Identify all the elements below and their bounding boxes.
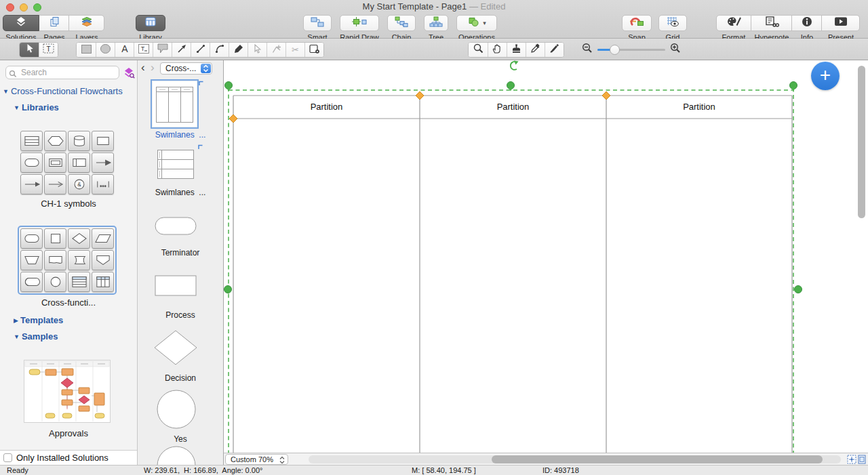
operations-button[interactable]: ▾ Operations [456, 15, 497, 41]
layers-button[interactable]: Layers [69, 15, 104, 41]
shape-data-tool-button[interactable] [304, 43, 323, 57]
rectangle-tool-button[interactable] [77, 43, 96, 57]
drawing-canvas[interactable]: PartitionPartitionPartition + [224, 60, 868, 453]
symbol-rect-lined[interactable] [20, 131, 43, 151]
shape-item-circle-clipped[interactable] [157, 446, 196, 465]
snap-button[interactable]: Snap [622, 15, 652, 41]
smart-button[interactable]: Smart [303, 15, 332, 41]
selection-handle-mid-left[interactable] [224, 286, 232, 293]
partition-header[interactable]: Partition [420, 102, 606, 112]
horizontal-scrollbar-track[interactable] [309, 455, 841, 463]
zoom-slider-control [582, 43, 681, 56]
connector-tool-button[interactable] [172, 43, 191, 57]
zoom-tool-button[interactable] [469, 43, 488, 57]
hypernote-button[interactable]: Hypernote [751, 15, 792, 41]
symbol-document[interactable] [44, 250, 66, 270]
text-tool-button[interactable]: A [115, 43, 134, 57]
symbol-square[interactable] [44, 228, 66, 249]
symbol-circle-amp[interactable]: & [68, 174, 90, 194]
sidebar-item-libraries[interactable]: ▼Libraries [14, 102, 59, 112]
rotation-handle[interactable] [511, 61, 519, 70]
tree-button[interactable]: Tree [424, 15, 448, 41]
shape-item-terminator[interactable] [155, 217, 197, 235]
symbol-arrow-right[interactable] [20, 174, 43, 194]
symbol-arrow-open[interactable] [44, 174, 66, 194]
library-dropdown[interactable]: Cross-... [160, 62, 212, 75]
eyedropper-tool-button[interactable] [526, 43, 545, 57]
partition-handle-divider-2[interactable] [602, 91, 610, 100]
sidebar-item-solution[interactable]: ▼Cross-Functional Flowcharts [3, 86, 123, 96]
zoom-out-icon[interactable] [582, 43, 593, 56]
pages-button[interactable]: Pages [39, 15, 69, 41]
shape-item-label: Process [138, 310, 223, 320]
pointer-tool-button[interactable] [20, 43, 39, 57]
vertical-scrollbar[interactable] [858, 66, 865, 218]
symbol-rect[interactable] [92, 131, 114, 151]
symbol-pentagon-down[interactable] [92, 250, 114, 270]
shape-item-swimlanes-horizontal[interactable] [155, 145, 196, 182]
rapid-draw-button[interactable]: Rapid Draw [340, 15, 379, 41]
symbol-cylinder[interactable] [68, 131, 90, 151]
arc-tool-button[interactable] [210, 43, 229, 57]
library-button[interactable]: Library [136, 15, 165, 41]
symbol-double-rect[interactable] [44, 152, 66, 173]
grid-button[interactable]: Grid [658, 15, 687, 41]
add-vertex-tool-button[interactable] [267, 43, 285, 57]
pen-tool-button[interactable] [229, 43, 248, 57]
selection-handle-top-right[interactable] [790, 82, 797, 91]
sidebar-item-templates[interactable]: ▶Templates [14, 315, 63, 325]
textbox-tool-button[interactable]: T [134, 43, 153, 57]
forward-button[interactable]: › [151, 61, 155, 75]
back-button[interactable]: ‹ [141, 61, 145, 75]
info-button[interactable]: Info [792, 15, 822, 41]
symbol-diamond[interactable] [68, 228, 90, 249]
split-tool-button[interactable]: ✂ [285, 43, 304, 57]
shape-item-swimlanes-vertical[interactable] [153, 81, 197, 127]
approvals-sample-thumbnail[interactable] [24, 360, 111, 423]
search-input[interactable] [5, 66, 119, 79]
pan-tool-button[interactable] [488, 43, 507, 57]
stamp-tool-button[interactable] [507, 43, 526, 57]
partition-handle-divider-1[interactable] [416, 91, 424, 100]
zoom-level-dropdown[interactable]: Custom 70% [225, 454, 288, 465]
symbol-stadium[interactable] [20, 152, 43, 173]
shape-item-decision[interactable] [154, 330, 197, 365]
only-installed-checkbox[interactable] [3, 453, 12, 462]
triangle-down-icon: ▼ [14, 104, 20, 111]
shape-item-circle[interactable] [157, 390, 196, 429]
format-painter-tool-button[interactable] [545, 43, 564, 57]
symbol-stadium[interactable] [20, 228, 43, 249]
symbol-bar-dots[interactable] [92, 174, 114, 194]
symbol-rect-divided[interactable] [68, 152, 90, 173]
ellipse-tool-button[interactable] [96, 43, 115, 57]
text-select-tool-button[interactable]: T [39, 43, 58, 57]
solutions-button[interactable]: Solutions [3, 15, 39, 41]
format-button[interactable]: Format [716, 15, 751, 41]
symbol-circle[interactable] [44, 272, 66, 292]
chain-button[interactable]: Chain [387, 15, 416, 41]
symbol-arrow-solid[interactable] [92, 152, 114, 173]
line-tool-button[interactable] [191, 43, 210, 57]
zoom-in-icon[interactable] [670, 43, 681, 56]
add-button[interactable]: + [811, 62, 840, 90]
symbol-hexagon[interactable] [44, 131, 66, 151]
symbol-direct-data[interactable] [20, 272, 43, 292]
edit-vertex-tool-button[interactable] [248, 43, 267, 57]
symbol-stored-data[interactable] [68, 250, 90, 270]
symbol-trapezoid[interactable] [20, 250, 43, 270]
symbol-swimlane-v[interactable] [92, 272, 114, 292]
shape-item-process[interactable] [155, 275, 197, 296]
zoom-slider-track[interactable] [597, 49, 665, 51]
selection-handle-mid-right[interactable] [795, 286, 802, 293]
horizontal-scrollbar-thumb[interactable] [492, 455, 823, 463]
partition-header[interactable]: Partition [606, 102, 792, 112]
sidebar-item-samples[interactable]: ▼Samples [14, 331, 58, 342]
solution-finder-icon[interactable] [123, 67, 135, 81]
present-button[interactable]: Present [822, 15, 860, 41]
symbol-swimlane-h[interactable] [68, 272, 90, 292]
partition-header[interactable]: Partition [233, 102, 420, 112]
symbol-parallelogram[interactable] [92, 228, 114, 249]
partition-handle-header-row[interactable] [229, 115, 237, 123]
callout-tool-button[interactable] [153, 43, 172, 57]
zoom-slider-knob[interactable] [610, 45, 620, 55]
